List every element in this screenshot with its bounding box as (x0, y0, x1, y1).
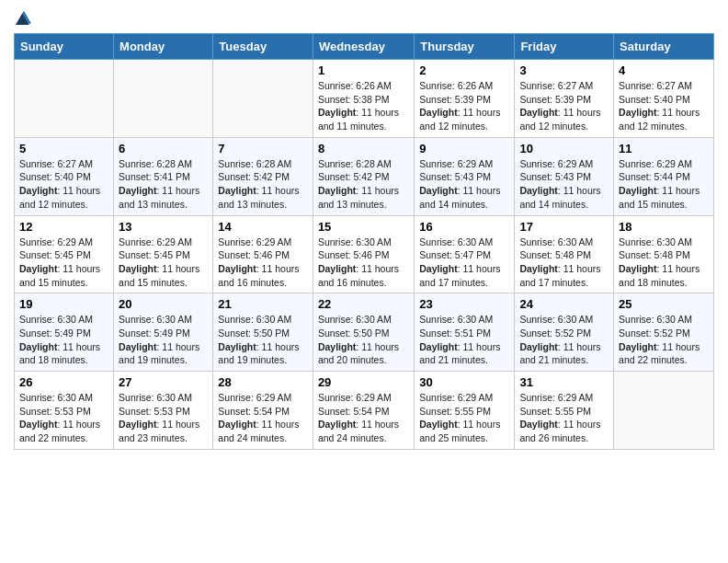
daylight-label: Daylight (519, 107, 557, 118)
daylight-label: Daylight (218, 341, 256, 352)
day-info: Sunrise: 6:29 AMSunset: 5:54 PMDaylight:… (218, 391, 308, 445)
daylight-label: Daylight (19, 341, 57, 352)
day-number: 26 (19, 375, 108, 389)
day-number: 5 (19, 142, 108, 155)
day-info: Sunrise: 6:30 AMSunset: 5:49 PMDaylight:… (19, 313, 108, 367)
day-number: 12 (19, 220, 108, 234)
page-header (14, 9, 714, 26)
calendar-cell: 23Sunrise: 6:30 AMSunset: 5:51 PMDayligh… (415, 293, 515, 372)
day-info: Sunrise: 6:30 AMSunset: 5:52 PMDaylight:… (519, 313, 609, 367)
calendar-cell: 13Sunrise: 6:29 AMSunset: 5:45 PMDayligh… (114, 215, 213, 293)
day-info: Sunrise: 6:29 AMSunset: 5:55 PMDaylight:… (419, 391, 509, 445)
day-info: Sunrise: 6:30 AMSunset: 5:53 PMDaylight:… (19, 391, 108, 445)
daylight-label: Daylight (318, 341, 356, 352)
daylight-label: Daylight (519, 185, 557, 196)
day-number: 2 (419, 63, 509, 77)
day-number: 9 (419, 142, 509, 155)
calendar-cell: 29Sunrise: 6:29 AMSunset: 5:54 PMDayligh… (313, 372, 414, 450)
day-info: Sunrise: 6:27 AMSunset: 5:40 PMDaylight:… (19, 157, 108, 212)
calendar-cell: 27Sunrise: 6:30 AMSunset: 5:53 PMDayligh… (114, 372, 213, 450)
column-header-saturday: Saturday (614, 34, 714, 60)
day-info: Sunrise: 6:30 AMSunset: 5:52 PMDaylight:… (619, 313, 709, 367)
day-number: 25 (619, 297, 709, 311)
day-number: 29 (318, 375, 409, 389)
calendar-cell: 9Sunrise: 6:29 AMSunset: 5:43 PMDaylight… (415, 137, 515, 215)
day-number: 21 (218, 297, 308, 311)
day-number: 15 (318, 220, 409, 234)
day-info: Sunrise: 6:30 AMSunset: 5:50 PMDaylight:… (318, 313, 409, 367)
daylight-label: Daylight (318, 419, 356, 430)
calendar-cell: 18Sunrise: 6:30 AMSunset: 5:48 PMDayligh… (614, 215, 714, 293)
column-header-tuesday: Tuesday (213, 34, 313, 60)
daylight-label: Daylight (19, 263, 57, 274)
daylight-label: Daylight (318, 263, 356, 274)
calendar-cell: 4Sunrise: 6:27 AMSunset: 5:40 PMDaylight… (614, 60, 714, 138)
day-info: Sunrise: 6:28 AMSunset: 5:42 PMDaylight:… (318, 157, 409, 212)
calendar-cell: 15Sunrise: 6:30 AMSunset: 5:46 PMDayligh… (313, 215, 414, 293)
calendar-table: SundayMondayTuesdayWednesdayThursdayFrid… (14, 33, 714, 450)
day-info: Sunrise: 6:29 AMSunset: 5:43 PMDaylight:… (419, 157, 509, 212)
daylight-label: Daylight (619, 107, 656, 118)
daylight-label: Daylight (519, 341, 557, 352)
day-info: Sunrise: 6:29 AMSunset: 5:43 PMDaylight:… (519, 157, 609, 212)
day-info: Sunrise: 6:29 AMSunset: 5:45 PMDaylight:… (19, 236, 108, 290)
calendar-cell: 19Sunrise: 6:30 AMSunset: 5:49 PMDayligh… (15, 293, 114, 372)
day-number: 16 (419, 220, 509, 234)
calendar-cell: 26Sunrise: 6:30 AMSunset: 5:53 PMDayligh… (15, 372, 114, 450)
day-info: Sunrise: 6:30 AMSunset: 5:48 PMDaylight:… (619, 236, 709, 290)
calendar-header-row: SundayMondayTuesdayWednesdayThursdayFrid… (15, 34, 714, 60)
calendar-cell: 1Sunrise: 6:26 AMSunset: 5:38 PMDaylight… (313, 60, 414, 138)
calendar-cell: 31Sunrise: 6:29 AMSunset: 5:55 PMDayligh… (515, 372, 614, 450)
logo (14, 9, 32, 26)
day-number: 1 (318, 63, 409, 77)
calendar-cell: 3Sunrise: 6:27 AMSunset: 5:39 PMDaylight… (515, 60, 614, 138)
day-info: Sunrise: 6:27 AMSunset: 5:39 PMDaylight:… (519, 79, 609, 133)
daylight-label: Daylight (19, 185, 57, 196)
calendar-cell (614, 372, 714, 450)
calendar-cell: 25Sunrise: 6:30 AMSunset: 5:52 PMDayligh… (614, 293, 714, 372)
daylight-label: Daylight (419, 107, 457, 118)
day-info: Sunrise: 6:30 AMSunset: 5:48 PMDaylight:… (519, 236, 609, 290)
day-number: 11 (619, 142, 709, 155)
daylight-label: Daylight (119, 419, 156, 430)
calendar-week-row: 19Sunrise: 6:30 AMSunset: 5:49 PMDayligh… (15, 293, 714, 372)
calendar-cell: 17Sunrise: 6:30 AMSunset: 5:48 PMDayligh… (515, 215, 614, 293)
daylight-label: Daylight (318, 107, 356, 118)
day-number: 20 (119, 297, 208, 311)
day-number: 6 (119, 142, 208, 155)
day-info: Sunrise: 6:29 AMSunset: 5:54 PMDaylight:… (318, 391, 409, 445)
day-info: Sunrise: 6:30 AMSunset: 5:53 PMDaylight:… (119, 391, 208, 445)
calendar-cell: 21Sunrise: 6:30 AMSunset: 5:50 PMDayligh… (213, 293, 313, 372)
calendar-cell: 8Sunrise: 6:28 AMSunset: 5:42 PMDaylight… (313, 137, 414, 215)
day-number: 24 (519, 297, 609, 311)
day-number: 18 (619, 220, 709, 234)
day-number: 8 (318, 142, 409, 155)
calendar-week-row: 5Sunrise: 6:27 AMSunset: 5:40 PMDaylight… (15, 137, 714, 215)
calendar-cell: 11Sunrise: 6:29 AMSunset: 5:44 PMDayligh… (614, 137, 714, 215)
day-number: 22 (318, 297, 409, 311)
day-info: Sunrise: 6:28 AMSunset: 5:41 PMDaylight:… (119, 157, 208, 212)
calendar-cell: 14Sunrise: 6:29 AMSunset: 5:46 PMDayligh… (213, 215, 313, 293)
calendar-cell: 20Sunrise: 6:30 AMSunset: 5:49 PMDayligh… (114, 293, 213, 372)
daylight-label: Daylight (119, 185, 156, 196)
calendar-cell (213, 60, 313, 138)
calendar-cell: 22Sunrise: 6:30 AMSunset: 5:50 PMDayligh… (313, 293, 414, 372)
calendar-cell (15, 60, 114, 138)
daylight-label: Daylight (519, 419, 557, 430)
column-header-friday: Friday (515, 34, 614, 60)
day-number: 27 (119, 375, 208, 389)
day-number: 13 (119, 220, 208, 234)
day-info: Sunrise: 6:30 AMSunset: 5:47 PMDaylight:… (419, 236, 509, 290)
day-info: Sunrise: 6:26 AMSunset: 5:38 PMDaylight:… (318, 79, 409, 133)
daylight-label: Daylight (19, 419, 57, 430)
day-number: 14 (218, 220, 308, 234)
daylight-label: Daylight (619, 185, 656, 196)
calendar-cell: 7Sunrise: 6:28 AMSunset: 5:42 PMDaylight… (213, 137, 313, 215)
calendar-cell: 6Sunrise: 6:28 AMSunset: 5:41 PMDaylight… (114, 137, 213, 215)
day-info: Sunrise: 6:27 AMSunset: 5:40 PMDaylight:… (619, 79, 709, 133)
calendar-cell: 5Sunrise: 6:27 AMSunset: 5:40 PMDaylight… (15, 137, 114, 215)
calendar-week-row: 12Sunrise: 6:29 AMSunset: 5:45 PMDayligh… (15, 215, 714, 293)
day-number: 28 (218, 375, 308, 389)
daylight-label: Daylight (119, 263, 156, 274)
column-header-sunday: Sunday (15, 34, 114, 60)
